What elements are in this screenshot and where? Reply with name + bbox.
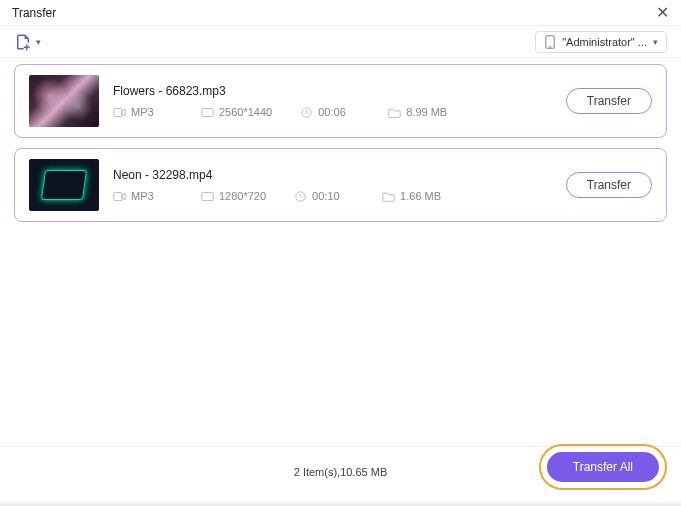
format-meta: MP3 bbox=[113, 106, 173, 118]
file-card: Neon - 32298.mp4 MP3 1280*720 00:10 1.66… bbox=[14, 148, 667, 222]
thumbnail bbox=[29, 75, 99, 127]
phone-icon bbox=[544, 35, 556, 49]
titlebar: Transfer ✕ bbox=[0, 0, 681, 26]
window-title: Transfer bbox=[12, 6, 56, 20]
transfer-all-highlight: Transfer All bbox=[539, 444, 667, 490]
device-selector[interactable]: "Administrator" ... ▾ bbox=[535, 31, 667, 53]
file-name: Flowers - 66823.mp3 bbox=[113, 84, 552, 98]
transfer-all-button[interactable]: Transfer All bbox=[547, 452, 659, 482]
svg-rect-5 bbox=[114, 192, 122, 200]
resolution-meta: 1280*720 bbox=[201, 190, 266, 202]
summary-text: 2 Item(s),10.65 MB bbox=[294, 466, 388, 478]
svg-rect-6 bbox=[202, 192, 213, 200]
clock-icon bbox=[294, 191, 307, 202]
file-info: Neon - 32298.mp4 MP3 1280*720 00:10 1.66… bbox=[113, 168, 552, 202]
file-meta: MP3 2560*1440 00:06 8.99 MB bbox=[113, 106, 552, 118]
file-info: Flowers - 66823.mp3 MP3 2560*1440 00:06 … bbox=[113, 84, 552, 118]
chevron-down-icon: ▾ bbox=[36, 37, 41, 47]
file-name: Neon - 32298.mp4 bbox=[113, 168, 552, 182]
thumbnail bbox=[29, 159, 99, 211]
video-icon bbox=[113, 107, 126, 118]
add-file-button[interactable]: ▾ bbox=[14, 33, 41, 51]
duration-meta: 00:06 bbox=[300, 106, 360, 118]
file-meta: MP3 1280*720 00:10 1.66 MB bbox=[113, 190, 552, 202]
resolution-icon bbox=[201, 107, 214, 118]
duration-meta: 00:10 bbox=[294, 190, 354, 202]
svg-rect-2 bbox=[114, 108, 122, 116]
folder-icon bbox=[388, 107, 401, 118]
size-meta: 1.66 MB bbox=[382, 190, 442, 202]
video-icon bbox=[113, 191, 126, 202]
folder-icon bbox=[382, 191, 395, 202]
format-meta: MP3 bbox=[113, 190, 173, 202]
file-card: Flowers - 66823.mp3 MP3 2560*1440 00:06 … bbox=[14, 64, 667, 138]
resolution-meta: 2560*1440 bbox=[201, 106, 272, 118]
toolbar: ▾ "Administrator" ... ▾ bbox=[0, 26, 681, 58]
device-label: "Administrator" ... bbox=[562, 36, 647, 48]
shadow bbox=[0, 500, 681, 506]
transfer-button[interactable]: Transfer bbox=[566, 88, 652, 114]
file-list: Flowers - 66823.mp3 MP3 2560*1440 00:06 … bbox=[0, 58, 681, 238]
size-meta: 8.99 MB bbox=[388, 106, 448, 118]
transfer-button[interactable]: Transfer bbox=[566, 172, 652, 198]
chevron-down-icon: ▾ bbox=[653, 37, 658, 47]
resolution-icon bbox=[201, 191, 214, 202]
svg-rect-3 bbox=[202, 108, 213, 116]
add-file-icon bbox=[14, 33, 32, 51]
footer: 2 Item(s),10.65 MB Transfer All bbox=[0, 446, 681, 496]
clock-icon bbox=[300, 107, 313, 118]
close-icon[interactable]: ✕ bbox=[656, 3, 669, 22]
